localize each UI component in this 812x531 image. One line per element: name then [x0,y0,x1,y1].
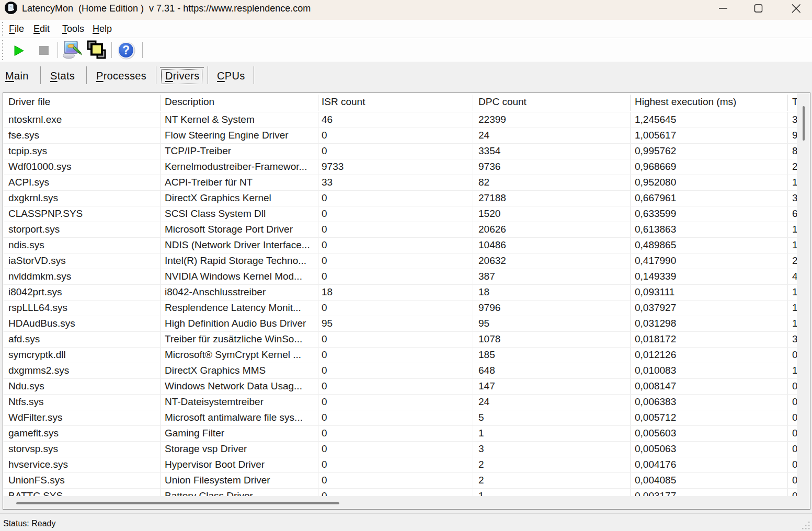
svg-text:?: ? [122,43,130,57]
